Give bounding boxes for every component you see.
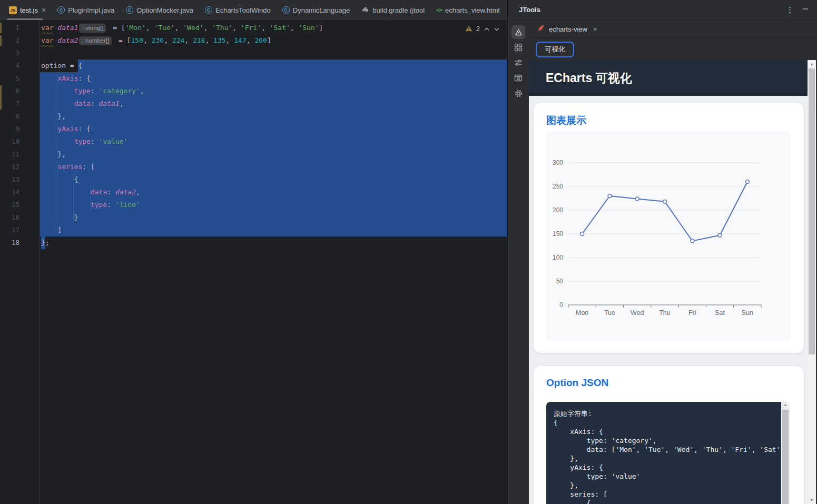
- scrollbar-thumb[interactable]: [809, 68, 815, 354]
- editor-tab[interactable]: CPluginImpl.java: [52, 0, 120, 20]
- code-line: },: [40, 148, 507, 161]
- line-number: 1: [0, 22, 19, 34]
- java-class-icon: C: [205, 6, 212, 14]
- line-number: 13: [0, 173, 19, 186]
- editor-tab[interactable]: CDynamicLanguage: [277, 0, 356, 20]
- javascript-file-icon: JS: [9, 6, 17, 14]
- scroll-up-icon[interactable]: ▲: [781, 403, 790, 407]
- code-line: series: [: [40, 161, 507, 173]
- panel-minimize-icon[interactable]: [802, 6, 809, 14]
- feather-icon: [537, 24, 545, 34]
- settings-gear-icon[interactable]: [511, 86, 525, 100]
- svg-text:Sun: Sun: [742, 309, 753, 317]
- toolwindow-tabbar: echarts-view ×: [529, 21, 817, 38]
- line-number: 9: [0, 123, 19, 135]
- webview-header-title: ECharts 可视化: [546, 70, 632, 86]
- line-number: 16: [0, 211, 19, 224]
- line-number: 3: [0, 47, 19, 60]
- visualize-button[interactable]: 可视化: [536, 42, 574, 57]
- jtools-title: JTools: [519, 6, 540, 14]
- toolwindow-toolbar: 可视化: [529, 38, 817, 57]
- editor-tab[interactable]: CEchartsToolWindo: [199, 0, 277, 20]
- vcs-change-marker: [0, 35, 2, 46]
- svg-text:0: 0: [559, 301, 563, 309]
- code-line: var data1: string[] = ['Mon', 'Tue', 'We…: [40, 22, 507, 34]
- line-number: 7: [0, 97, 19, 110]
- svg-text:100: 100: [553, 254, 563, 261]
- scroll-down-icon[interactable]: ▼: [808, 498, 816, 502]
- json-code-text: 原始字符串: { xAxis: { type: 'category', data…: [546, 402, 781, 504]
- line-number: 14: [0, 186, 19, 199]
- line-number: 10: [0, 135, 19, 148]
- code-line: var data2: number[] = [150, 230, 224, 21…: [40, 34, 507, 47]
- jtools-panel: JTools ⋮ echarts-view × 可视化 ECharts 可视化 …: [507, 0, 817, 504]
- line-number: 2: [0, 34, 19, 47]
- chart-card: 图表展示 050100150200250300MonTueWedThuFriSa…: [534, 103, 804, 353]
- jtools-header: JTools ⋮: [508, 0, 817, 20]
- code-line: },: [40, 110, 507, 123]
- line-number: 6: [0, 85, 19, 97]
- svg-text:Sat: Sat: [715, 309, 725, 317]
- svg-text:200: 200: [553, 206, 563, 214]
- svg-text:Thu: Thu: [659, 309, 671, 317]
- code-line: data: data2,: [40, 186, 507, 199]
- webview-scrollbar[interactable]: ▲ ▼: [808, 60, 816, 504]
- svg-text:Wed: Wed: [631, 309, 644, 317]
- gradle-icon: [361, 6, 369, 14]
- editor-tab[interactable]: <>echarts_view.html: [430, 0, 505, 20]
- code-line: }: [40, 211, 507, 224]
- browser-search-icon[interactable]: [511, 71, 525, 85]
- tab-label: test.js: [20, 6, 38, 14]
- editor-tab[interactable]: build.gradle (jtool: [356, 0, 430, 20]
- tool-strip: [508, 21, 529, 504]
- tab-close-icon[interactable]: ×: [42, 6, 46, 14]
- line-number: 11: [0, 148, 19, 161]
- tab-close-icon[interactable]: ×: [593, 25, 597, 33]
- line-number: 8: [0, 110, 19, 123]
- code-line: ]: [40, 224, 507, 236]
- next-problem-icon[interactable]: [494, 24, 500, 34]
- code-line: {: [40, 173, 507, 186]
- line-number: 17: [0, 224, 19, 236]
- java-class-icon: C: [126, 6, 133, 14]
- indent-guide: [73, 173, 74, 224]
- panel-options-icon[interactable]: ⋮: [786, 5, 794, 15]
- code-line: type: 'value': [40, 135, 507, 148]
- code-line: [40, 47, 507, 60]
- java-class-icon: C: [282, 6, 290, 14]
- scroll-up-icon[interactable]: ▲: [808, 62, 816, 66]
- editor-body: 123456789101112131415161718 var data1: s…: [0, 20, 507, 504]
- svg-text:300: 300: [553, 159, 563, 166]
- dashboard-grid-icon[interactable]: [511, 41, 525, 54]
- warning-icon: [465, 24, 473, 34]
- editor-code-area[interactable]: var data1: string[] = ['Mon', 'Tue', 'We…: [40, 20, 507, 504]
- line-number: 18: [0, 236, 19, 249]
- chart-canvas[interactable]: 050100150200250300MonTueWedThuFriSatSun: [546, 132, 791, 341]
- tab-label: DynamicLanguage: [293, 6, 350, 14]
- line-number: 12: [0, 161, 19, 173]
- jtools-main: echarts-view × 可视化 ECharts 可视化 图表展示 0501…: [529, 21, 817, 504]
- sliders-icon[interactable]: [511, 56, 525, 70]
- editor-tab[interactable]: COptionMocker.java: [120, 0, 199, 20]
- editor-tabbar: JStest.js×CPluginImpl.javaCOptionMocker.…: [0, 0, 507, 20]
- prev-problem-icon[interactable]: [484, 24, 490, 34]
- echarts-view-tab[interactable]: echarts-view ×: [537, 24, 597, 34]
- inspections-widget: 2: [465, 24, 500, 34]
- html-file-icon: <>: [436, 7, 442, 13]
- jtools-logo-icon[interactable]: [511, 25, 525, 39]
- line-number: 5: [0, 72, 19, 85]
- editor-gutter: 123456789101112131415161718: [0, 20, 40, 504]
- tab-label: echarts_view.html: [445, 6, 499, 14]
- svg-text:50: 50: [556, 278, 564, 285]
- json-code-scrollbar[interactable]: ▲: [781, 402, 790, 504]
- scrollbar-thumb[interactable]: [782, 410, 789, 504]
- tab-label: echarts-view: [549, 25, 587, 33]
- code-line: type: 'line': [40, 199, 507, 211]
- code-line: option = {: [40, 60, 507, 72]
- chart-section-title: 图表展示: [546, 114, 586, 127]
- svg-text:Tue: Tue: [604, 309, 615, 317]
- code-line: };: [40, 236, 507, 249]
- code-line: type: 'category',: [40, 85, 507, 97]
- editor-tab[interactable]: JStest.js×: [3, 0, 52, 20]
- echarts-webview: ECharts 可视化 图表展示 050100150200250300MonTu…: [529, 60, 816, 504]
